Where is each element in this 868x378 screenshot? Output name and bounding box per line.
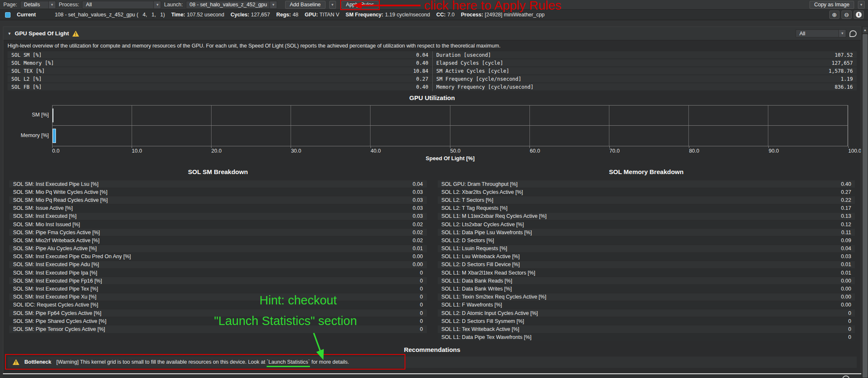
table-row[interactable]: Memory Frequency [cycle/usecond] 836.16 [433,83,857,90]
table-row[interactable]: SOL SM: Pipe Alu Cycles Active [%] 0.01 [9,245,427,252]
table-row[interactable]: SOL L1: M L1tex2xbar Req Cycles Active [… [438,213,855,220]
table-row[interactable]: SOL SM [%] 0.04 [8,51,432,58]
table-row[interactable]: SOL L1: Lsu Writeback Active [%] 0.03 [438,253,855,260]
table-row[interactable]: SOL SM: Inst Executed Pipe Fp16 [%] 0 [9,277,427,284]
table-row[interactable]: SOL L2: Xbar2lts Cycles Active [%] 0.27 [438,188,855,196]
table-row[interactable]: SOL L2 [%] 0.27 [8,75,432,82]
annotation-hint-line1: Hint: checkout [259,293,337,307]
breakdown-section: SOL SM Breakdown SOL SM: Inst Executed P… [9,165,855,342]
add-baseline-button[interactable]: Add Baseline [285,1,326,9]
kernel-name: 108 - set_halo_values_z_452_gpu ( 4, 1, … [55,12,165,18]
kernel-stat: Cycles:127,657 [230,12,270,18]
next-section-cutoff [3,374,861,378]
sol-sm-breakdown: SOL SM Breakdown SOL SM: Inst Executed P… [9,165,427,334]
comment-bubble-icon[interactable] [842,375,849,378]
launch-dropdown[interactable]: 08 - set_halo_values_z_452_gpu ▼ [186,1,277,9]
chevron-down-icon: ▼ [270,1,277,8]
table-row[interactable]: SOL L1: Tex Writeback Active [%] 0 [438,325,855,333]
table-row[interactable]: SOL L2: D Sectors Fill Sysmem [%] 0 [438,317,855,325]
copy-as-image-dropdown-arrow[interactable]: ▼ [858,1,865,9]
current-label: Current [17,12,36,18]
warning-icon: ! [13,359,19,365]
kernel-stat: Process:[24928] miniWeather_cpp [461,12,545,18]
scrollbar-thumb[interactable] [863,34,868,378]
launch-label: Launch: [164,2,183,8]
warning-icon: ! [72,31,79,37]
annotation-hint-line2: "Launch Statistics" section [214,314,357,328]
table-row[interactable]: SOL L1: M Xbar2l1tex Read Sectors [%] 0.… [438,269,855,276]
table-row[interactable]: SOL SM: Inst Executed [%] 0.03 [9,213,427,220]
table-row[interactable]: SOL L2: D Sectors [%] 0.09 [438,237,855,244]
scroll-up-button[interactable]: ▲ [863,27,868,33]
table-row[interactable]: SOL L1: Lsuin Requests [%] 0.04 [438,245,855,252]
table-row[interactable]: SOL SM: Issue Active [%] 0.03 [9,205,427,212]
apply-rules-button[interactable]: Apply Rules [341,1,379,9]
sol-memory-breakdown-title: SOL Memory Breakdown [438,168,855,175]
add-baseline-dropdown-arrow[interactable]: ▼ [329,1,336,9]
table-row[interactable]: SOL SM: Pipe Fma Cycles Active [%] 0.02 [9,229,427,236]
table-row[interactable]: SOL L1: Data Pipe Tex Wavefronts [%] 0 [438,334,855,341]
table-row[interactable]: SOL TEX [%] 10.84 [8,67,432,74]
comment-bubble-icon[interactable] [849,30,857,37]
table-row[interactable]: SOL SM: Mio Inst Issued [%] 0.02 [9,221,427,228]
section-header[interactable]: ▼ GPU Speed Of Light ! All ▼ [3,27,861,40]
kernel-stats: Time:107.52 usecond Cycles:127,657 Regs:… [171,12,545,18]
page-dropdown[interactable]: Details ▼ [20,1,56,9]
info-button[interactable]: i [854,11,864,19]
sol-summary-right: Duration [usecond] 107.52 Elapsed Cycles… [432,51,857,91]
copy-as-image-button[interactable]: Copy as Image [810,1,854,9]
zoom-out-icon: ⊖ [844,12,849,18]
recommendations-title: Recommendations [3,346,861,353]
info-icon: i [856,12,862,18]
table-row[interactable]: SM Active Cycles [cycle] 1,578.76 [433,67,857,74]
table-row[interactable]: SOL SM: Inst Executed Pipe Adu [%] 0.00 [9,261,427,268]
table-row[interactable]: SOL GPU: Dram Throughput [%] 0.40 [438,180,855,188]
chevron-down-icon: ▼ [839,30,846,37]
kernel-stat: SM Frequency:1.19 cycle/nsecond [346,12,430,18]
table-row[interactable]: SOL SM: Inst Executed Pipe Ipa [%] 0 [9,269,427,276]
chart-title: GPU Utilization [3,94,861,101]
gpu-utilization-plot [52,105,848,146]
table-row[interactable]: Duration [usecond] 107.52 [433,51,857,58]
table-row[interactable]: SM Frequency [cycle/nsecond] 1.19 [433,75,857,82]
vertical-scrollbar[interactable]: ▲ [862,26,868,378]
table-row[interactable]: SOL L1: F Wavefronts [%] 0.00 [438,301,855,309]
chevron-down-icon: ▼ [48,1,56,8]
section-filter-dropdown[interactable]: All ▼ [796,29,846,37]
table-row[interactable]: SOL SM: Mio2rf Writeback Active [%] 0.02 [9,237,427,244]
kernel-stat: Time:107.52 usecond [171,12,224,18]
table-row[interactable]: SOL Memory [%] 0.40 [8,59,432,66]
table-row[interactable]: SOL L1: Data Bank Writes [%] 0.00 [438,285,855,292]
table-row[interactable]: SOL SM: Inst Executed Pipe Xu [%] 0 [9,293,427,301]
collapse-arrow-icon[interactable]: ▼ [8,32,11,36]
process-dropdown[interactable]: All ▼ [82,1,161,9]
table-row[interactable]: SOL SM: Inst Executed Pipe Tex [%] 0 [9,285,427,292]
apply-rules-annotation-box: Apply Rules [341,1,379,9]
table-row[interactable]: SOL L2: D Atomic Input Cycles Active [%]… [438,309,855,317]
kernel-stat: Regs:48 [276,12,299,18]
table-row[interactable]: SOL FB [%] 0.40 [8,83,432,90]
zoom-out-button[interactable]: ⊖ [842,11,852,19]
gpu-sol-section-panel: ▼ GPU Speed Of Light ! All ▼ High-level … [3,26,861,373]
sol-sm-breakdown-title: SOL SM Breakdown [9,168,427,175]
table-row[interactable]: SOL SM: Mio Pq Read Cycles Active [%] 0.… [9,196,427,204]
chart-row-sm [53,106,848,126]
table-row[interactable]: SOL L2: T Sectors [%] 0.22 [438,196,855,204]
table-row[interactable]: SOL L2: D Sectors Fill Device [%] 0.01 [438,261,855,268]
table-row[interactable]: SOL L1: Data Bank Reads [%] 0.00 [438,277,855,284]
table-row[interactable]: Elapsed Cycles [cycle] 127,657 [433,59,857,66]
table-row[interactable]: SOL L1: Texin Sm2tex Req Cycles Active [… [438,293,855,301]
table-row[interactable]: SOL L2: Lts2xbar Cycles Active [%] 0.12 [438,221,855,228]
kernel-stat: CC:7.0 [436,12,455,18]
launch-statistics-link[interactable]: `Launch Statistics` [267,359,310,367]
table-row[interactable]: SOL SM: Inst Executed Pipe Cbu Pred On A… [9,253,427,260]
table-row[interactable]: SOL SM: Mio Pq Write Cycles Active [%] 0… [9,188,427,196]
table-row[interactable]: SOL L2: T Tag Requests [%] 0.17 [438,205,855,212]
table-row[interactable]: SOL L1: Data Pipe Lsu Wavefronts [%] 0.1… [438,229,855,236]
table-row[interactable]: SOL SM: Inst Executed Pipe Lsu [%] 0.04 [9,180,427,188]
bottleneck-recommendation-row[interactable]: ! Bottleneck [Warning] This kernel grid … [8,357,857,368]
table-row[interactable]: SOL IDC: Request Cycles Active [%] 0 [9,301,427,309]
zoom-in-button[interactable]: ⊕ [829,11,839,19]
memory-bar [53,129,56,143]
sol-summary-table: SOL SM [%] 0.04 SOL Memory [%] 0.40 SOL … [8,51,857,91]
